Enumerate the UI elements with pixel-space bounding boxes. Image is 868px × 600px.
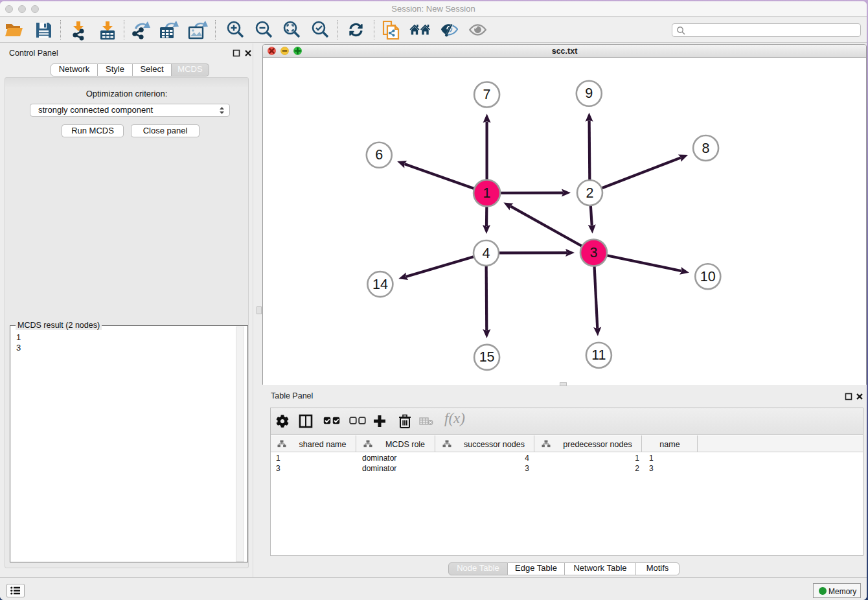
svg-text:8: 8 — [702, 141, 710, 156]
svg-text:3: 3 — [590, 245, 598, 260]
svg-text:9: 9 — [585, 86, 593, 101]
svg-text:15: 15 — [479, 349, 495, 365]
svg-text:2: 2 — [586, 185, 594, 201]
svg-text:14: 14 — [372, 277, 388, 292]
svg-text:1: 1 — [483, 185, 491, 201]
svg-text:4: 4 — [483, 246, 490, 261]
svg-text:11: 11 — [591, 347, 606, 363]
svg-text:7: 7 — [483, 87, 491, 102]
svg-text:10: 10 — [700, 269, 716, 284]
svg-text:6: 6 — [375, 147, 383, 163]
